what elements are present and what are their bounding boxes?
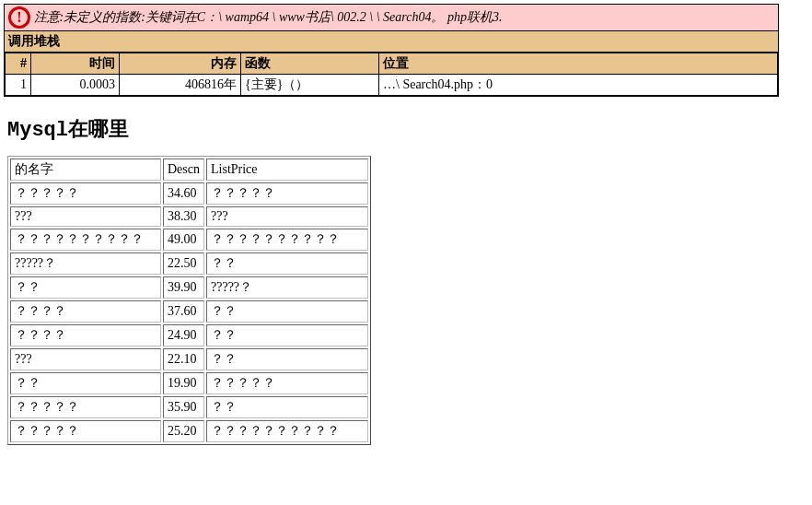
- result-cell-listprice: ？？？？？: [206, 372, 368, 394]
- error-header: ! 注意:未定义的指数:关键词在C：\ wamp64 \ www书店\ 002.…: [5, 5, 778, 31]
- result-cell-listprice: ？？: [206, 300, 368, 323]
- error-icon: !: [8, 6, 30, 29]
- table-row: ？？？？？34.60？？？？？: [10, 182, 368, 205]
- stack-header-time: 时间: [31, 53, 120, 75]
- table-row: ？？39.90?????？: [10, 276, 368, 299]
- result-cell-descn: 22.10: [163, 348, 204, 370]
- table-row: ？？？？37.60？？: [10, 300, 368, 323]
- table-row: ？？？？？25.20？？？？？？？？？？: [10, 420, 368, 442]
- result-cell-name: ？？？？: [10, 324, 161, 346]
- stack-header-func: 函数: [241, 53, 379, 75]
- stack-cell-mem: 406816年: [120, 75, 241, 96]
- result-cell-name: ？？？？？？？？？？: [10, 229, 161, 251]
- result-cell-descn: 25.20: [163, 420, 204, 442]
- result-cell-descn: 49.00: [163, 229, 204, 251]
- result-cell-name: ?????？: [10, 252, 161, 275]
- result-cell-descn: 22.50: [163, 252, 204, 275]
- table-row: ？？？？？？？？？？49.00？？？？？？？？？？: [10, 229, 368, 251]
- result-cell-listprice: ?????？: [206, 276, 368, 299]
- result-cell-listprice: ？？: [206, 324, 368, 346]
- result-cell-listprice: ???: [206, 206, 368, 227]
- result-cell-descn: 39.90: [163, 276, 204, 299]
- result-cell-listprice: ？？？？？？？？？？: [206, 229, 368, 251]
- result-cell-descn: 38.30: [163, 206, 204, 227]
- result-header-name: 的名字: [10, 159, 161, 181]
- result-cell-descn: 37.60: [163, 300, 204, 323]
- page-title: Mysql在哪里: [7, 115, 808, 143]
- table-row: ???38.30???: [10, 206, 368, 227]
- result-cell-name: ???: [10, 348, 161, 370]
- stack-cell-time: 0.0003: [31, 75, 120, 96]
- result-cell-listprice: ？？？？？？？？？？: [206, 420, 368, 442]
- table-row: ?????？22.50？？: [10, 252, 368, 275]
- table-row: ???22.10？？: [10, 348, 368, 370]
- error-message: 注意:未定义的指数:关键词在C：\ wamp64 \ www书店\ 002.2 …: [34, 10, 503, 24]
- stack-header-num: #: [6, 53, 31, 75]
- stack-cell-num: 1: [6, 75, 31, 96]
- result-header-descn: Descn: [163, 159, 204, 181]
- stack-header-mem: 内存: [120, 53, 241, 75]
- stack-header-loc: 位置: [379, 53, 778, 75]
- result-cell-name: ？？: [10, 372, 161, 394]
- result-cell-name: ？？？？？: [10, 396, 161, 418]
- result-cell-name: ？？？？: [10, 300, 161, 323]
- result-cell-descn: 19.90: [163, 372, 204, 394]
- result-header-listprice: ListPrice: [206, 159, 368, 181]
- result-cell-name: ???: [10, 206, 161, 227]
- php-error-box: ! 注意:未定义的指数:关键词在C：\ wamp64 \ www书店\ 002.…: [4, 4, 779, 97]
- result-cell-name: ？？: [10, 276, 161, 299]
- error-icon-wrap: !: [8, 6, 30, 29]
- result-cell-name: ？？？？？: [10, 420, 161, 442]
- table-row: ？？19.90？？？？？: [10, 372, 368, 394]
- result-cell-descn: 35.90: [163, 396, 204, 418]
- stack-cell-func: {主要}（）: [241, 75, 379, 96]
- result-cell-descn: 34.60: [163, 182, 204, 205]
- result-cell-descn: 24.90: [163, 324, 204, 346]
- result-cell-name: ？？？？？: [10, 182, 161, 205]
- stack-row: 1 0.0003 406816年 {主要}（） …\ Search04.php：…: [6, 75, 778, 96]
- result-table: 的名字 Descn ListPrice ？？？？？34.60？？？？？???38…: [7, 156, 371, 445]
- result-cell-listprice: ？？: [206, 348, 368, 370]
- result-cell-listprice: ？？？？？: [206, 182, 368, 205]
- stack-title: 调用堆栈: [5, 31, 778, 53]
- table-row: ？？？？？35.90？？: [10, 396, 368, 418]
- stack-cell-loc: …\ Search04.php：0: [379, 75, 778, 96]
- result-cell-listprice: ？？: [206, 396, 368, 418]
- table-row: ？？？？24.90？？: [10, 324, 368, 346]
- call-stack-table: # 时间 内存 函数 位置 1 0.0003 406816年 {主要}（） …\…: [5, 53, 778, 96]
- result-cell-listprice: ？？: [206, 252, 368, 275]
